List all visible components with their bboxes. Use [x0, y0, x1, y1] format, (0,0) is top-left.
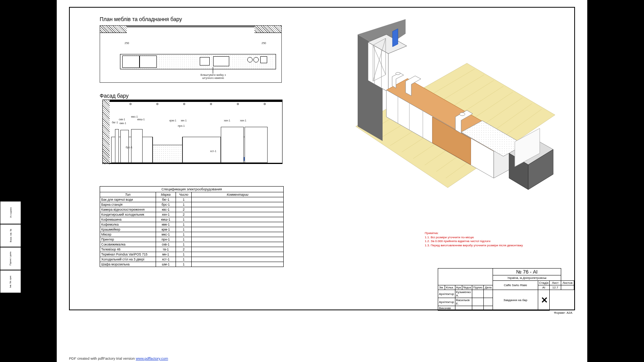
wall-hatch: [255, 26, 281, 33]
binding-margin: [0, 0, 57, 362]
equipment-tag: хкн-1: [224, 119, 230, 122]
plan-equipment: [140, 56, 157, 68]
plan-equipment: [260, 56, 267, 63]
spec-cell: [192, 232, 284, 237]
footer-link[interactable]: www.pdffactory.com: [136, 356, 168, 360]
drawer: [153, 137, 182, 145]
equipment-tag: прн-1: [178, 124, 185, 127]
spec-cell: 1: [176, 202, 192, 207]
binding-stamps: Уз годжен Взам. інв. № Підпис і дата Інв…: [0, 201, 21, 293]
note-item: 1.1. Всі розміри уточнити по-місцю: [425, 236, 559, 239]
spec-cell: 1: [176, 197, 192, 202]
left-wall-hatch: [103, 100, 110, 164]
stage: АІ: [538, 285, 550, 290]
equipment: [131, 129, 143, 163]
stamp-label: Уз годжен: [9, 207, 12, 218]
plan-equipment: [200, 57, 210, 66]
equipment-tag: мкс-1: [131, 115, 138, 118]
note-item: 1.3. Перед виготовленням виробу уточнити…: [425, 244, 559, 247]
spec-cell: 2: [176, 247, 192, 252]
iso-svg: [340, 19, 559, 207]
spotlight: [183, 103, 185, 105]
role: Виконав: [438, 306, 455, 311]
equipment-tag: скв-1: [119, 118, 125, 121]
plan-title: План меблів та обладнання бару: [100, 16, 182, 22]
rev-header: Зм.: [438, 285, 445, 290]
svg-point-28: [396, 72, 400, 75]
equipment-tag: мн-1: [181, 119, 187, 122]
plan-equipment: [122, 56, 140, 68]
logo-icon: ✕: [541, 295, 547, 305]
name: Кузьменко А.: [455, 290, 472, 298]
project-object: Caffe Sarto Riale: [493, 281, 538, 290]
spec-cell: Міксер: [100, 232, 156, 237]
spec-cell: 1: [176, 237, 192, 242]
rev-header: Арк: [455, 285, 462, 290]
spotlight: [264, 103, 266, 105]
equipment-tag: крм-1: [169, 119, 176, 122]
spec-cell: хкн-1: [156, 212, 176, 217]
spec-cell: 1: [176, 232, 192, 237]
spec-cell: кмш-1: [156, 217, 176, 222]
stamp-label: Підпис і дата: [9, 252, 12, 265]
sheet-format: Формат: А2А: [554, 311, 572, 314]
spec-cell: 1: [176, 252, 192, 257]
spec-cell: 1: [176, 227, 192, 232]
spec-header: Тип: [100, 192, 156, 197]
spec-caption: Спецификация электрооборудования: [100, 186, 284, 192]
tall-unit: [245, 127, 268, 163]
spec-cell: Кофемолка: [100, 222, 156, 227]
spec-cell: [192, 252, 284, 257]
spec-header: Комментарии: [192, 192, 284, 197]
plan-drawing: 250 250 Влаштувати мийку з штучного каме…: [100, 25, 282, 83]
spec-cell: 1: [176, 217, 192, 222]
facade-drawing: бкг-1 скв-1 кжк-1 кмш-1 мкс-1 крм-1 мн-1…: [102, 100, 283, 164]
stamp-label: Взам. інв. №: [10, 229, 12, 242]
equipment-tag: кжк-1: [120, 122, 126, 124]
isometric-view: [340, 19, 559, 207]
spec-cell: 1: [176, 262, 192, 267]
facade-title: Фасад бару: [100, 93, 128, 99]
spotlight: [210, 103, 212, 105]
rev-header: Дата: [484, 285, 493, 290]
plan-burner: [253, 57, 259, 62]
note-item: 1.2. За 0.000 прийнята відмітна чистої п…: [425, 239, 559, 243]
spec-cell: Принтер: [100, 237, 156, 242]
dimension: 250: [125, 42, 129, 44]
col-header: Стадія: [538, 281, 550, 285]
equipment-tag: хкн-1: [240, 119, 246, 122]
sheet-no: 12.7: [550, 285, 561, 290]
spec-cell: [192, 242, 284, 247]
bottle: [115, 129, 119, 163]
spec-cell: 1: [176, 257, 192, 262]
spec-cell: [192, 227, 284, 232]
spec-cell: кмк-1: [156, 222, 176, 227]
spec-cell: шм-1: [156, 262, 176, 267]
spec-cell: Соковижималка: [100, 242, 156, 247]
plan-sink: [213, 56, 229, 66]
spec-cell: Камера відеоспостереження: [100, 207, 156, 212]
spec-cell: 2: [176, 212, 192, 217]
spec-cell: 1: [176, 222, 192, 227]
spec-cell: [192, 247, 284, 252]
name: [455, 306, 472, 311]
spec-cell: [192, 222, 284, 227]
spec-cell: мкс-1: [156, 232, 176, 237]
spec-cell: [192, 217, 284, 222]
spec-cell: бкг-1: [156, 197, 176, 202]
equipment-tag: бкг-1: [112, 121, 118, 124]
spec-cell: прн-1: [156, 237, 176, 242]
sheet: План меблів та обладнання бару 250 250 В…: [57, 0, 587, 362]
spec-cell: Термінал Poindus VariPOS 715: [100, 252, 156, 257]
specification-table: Спецификация электрооборудования Тип Мар…: [100, 186, 284, 267]
plan-burner: [247, 57, 253, 62]
wall-hatch: [100, 26, 127, 33]
spec-cell: тв-1: [156, 247, 176, 252]
wall-line: [127, 26, 255, 27]
sheets-total: [561, 285, 574, 290]
tall-unit: [221, 127, 244, 163]
spec-cell: [192, 202, 284, 207]
spec-cell: квс-1: [156, 207, 176, 212]
spec-cell: брс-1: [156, 202, 176, 207]
drawing-frame: План меблів та обладнання бару 250 250 В…: [69, 7, 575, 310]
